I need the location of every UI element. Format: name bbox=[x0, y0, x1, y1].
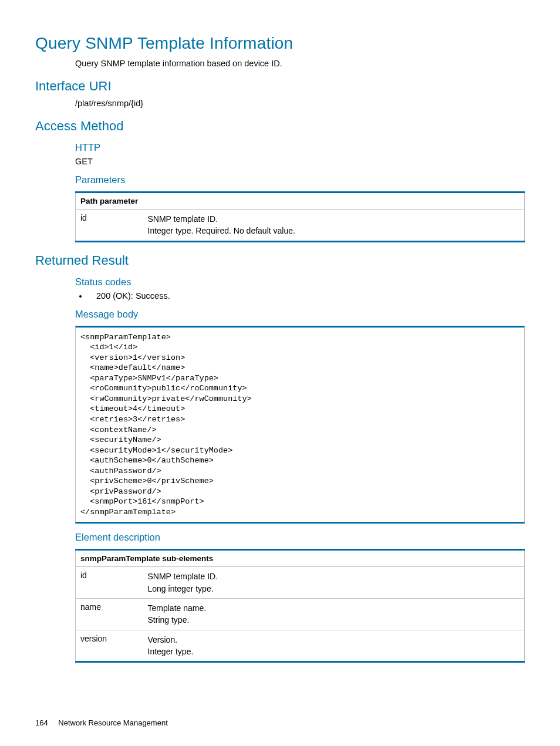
interface-uri-block: /plat/res/snmp/{id} bbox=[35, 99, 525, 108]
element-desc-cell: SNMP template ID. Long integer type. bbox=[143, 567, 525, 599]
element-name-cell: name bbox=[76, 599, 143, 630]
table-row: version Version. Integer type. bbox=[76, 630, 525, 662]
http-heading: HTTP bbox=[75, 142, 525, 153]
access-method-block: HTTP GET Parameters Path parameter id SN… bbox=[35, 142, 525, 242]
page-title: Query SNMP Template Information bbox=[35, 34, 525, 53]
param-desc-line: SNMP template ID. bbox=[148, 213, 520, 225]
element-desc-cell: Template name. String type. bbox=[143, 599, 525, 630]
page-number: 164 bbox=[35, 718, 48, 727]
returned-result-heading: Returned Result bbox=[35, 253, 525, 268]
footer-section-title: Network Resource Management bbox=[58, 718, 167, 727]
document-page: Query SNMP Template Information Query SN… bbox=[0, 0, 560, 746]
element-name-cell: id bbox=[76, 567, 143, 599]
element-desc-line: SNMP template ID. bbox=[148, 571, 520, 582]
element-desc-line: Template name. bbox=[148, 602, 520, 614]
interface-uri-heading: Interface URI bbox=[35, 79, 525, 94]
element-name-cell: version bbox=[76, 630, 143, 662]
status-codes-list: 200 (OK): Success. bbox=[75, 291, 525, 301]
element-description-table: snmpParamTemplate sub-elements id SNMP t… bbox=[75, 549, 525, 663]
param-desc-line: Integer type. Required. No default value… bbox=[148, 225, 520, 237]
message-body-heading: Message body bbox=[75, 309, 525, 320]
table-row: id SNMP template ID. Integer type. Requi… bbox=[76, 210, 525, 242]
returned-result-block: Status codes 200 (OK): Success. Message … bbox=[35, 276, 525, 663]
http-verb: GET bbox=[75, 157, 525, 166]
path-parameter-table: Path parameter id SNMP template ID. Inte… bbox=[75, 191, 525, 242]
page-footer: 164 Network Resource Management bbox=[35, 718, 168, 727]
status-code-item: 200 (OK): Success. bbox=[88, 291, 525, 301]
element-table-header: snmpParamTemplate sub-elements bbox=[76, 550, 525, 567]
interface-uri-path: /plat/res/snmp/{id} bbox=[75, 99, 525, 108]
element-desc-line: Integer type. bbox=[148, 646, 520, 657]
param-desc-cell: SNMP template ID. Integer type. Required… bbox=[143, 210, 525, 242]
element-desc-line: Long integer type. bbox=[148, 583, 520, 595]
status-codes-heading: Status codes bbox=[75, 276, 525, 288]
element-description-heading: Element description bbox=[75, 532, 525, 543]
param-name-cell: id bbox=[76, 210, 143, 242]
access-method-heading: Access Method bbox=[35, 119, 525, 134]
table-row: id SNMP template ID. Long integer type. bbox=[76, 567, 525, 599]
element-desc-cell: Version. Integer type. bbox=[143, 630, 525, 662]
intro-text: Query SNMP template information based on… bbox=[35, 59, 525, 68]
element-desc-line: String type. bbox=[148, 614, 520, 626]
element-desc-line: Version. bbox=[148, 634, 520, 646]
table-row: name Template name. String type. bbox=[76, 599, 525, 630]
message-body-code: <snmpParamTemplate> <id>1</id> <version>… bbox=[75, 326, 525, 524]
path-parameter-header: Path parameter bbox=[76, 193, 525, 210]
parameters-heading: Parameters bbox=[75, 174, 525, 185]
